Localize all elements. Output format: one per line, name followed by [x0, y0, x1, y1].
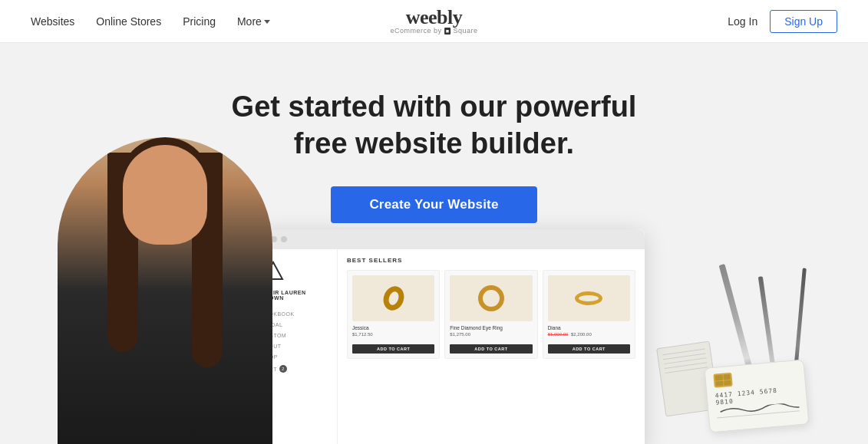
ring-icon-1 — [380, 284, 407, 314]
login-button[interactable]: Log In — [728, 15, 757, 28]
products-grid: Jessica $1,712.50 ADD TO CART Fine Diamo… — [347, 270, 635, 359]
hero-section: Get started with our powerful free websi… — [0, 43, 868, 444]
product-name-2: Fine Diamond Eye Ring — [450, 325, 532, 331]
nav-websites[interactable]: Websites — [31, 15, 74, 28]
product-card-3: Diana $1,900.00 $2,200.00 ADD TO CART — [543, 270, 635, 359]
nav-auth: Log In Sign Up — [728, 10, 837, 33]
person-illustration — [46, 137, 284, 444]
navbar: Websites Online Stores Pricing More weeb… — [0, 0, 868, 43]
nav-more[interactable]: More — [237, 15, 270, 28]
add-to-cart-button-1[interactable]: ADD TO CART — [352, 344, 434, 354]
credit-card-chip — [713, 373, 732, 388]
logo[interactable]: weebly eCommerce by ■ Square — [391, 8, 478, 35]
add-to-cart-button-3[interactable]: ADD TO CART — [548, 344, 630, 354]
product-image-1 — [352, 275, 434, 321]
product-price-3: $1,900.00 $2,200.00 — [548, 332, 630, 337]
person-head — [123, 145, 207, 245]
nav-pricing[interactable]: Pricing — [183, 15, 216, 28]
old-price-3: $1,900.00 — [548, 332, 569, 337]
ring-icon-3 — [575, 291, 602, 305]
credit-card-icon: 4417 1234 5678 9810 — [705, 359, 810, 432]
square-logo: ■ — [444, 28, 451, 35]
product-name-1: Jessica — [352, 325, 434, 331]
ring-icon-2 — [478, 285, 504, 311]
browser-bar — [253, 229, 645, 249]
product-price-1: $1,712.50 — [352, 332, 434, 337]
best-sellers-heading: BEST SELLERS — [347, 257, 635, 264]
browser-products-area: BEST SELLERS Jessica $1,712.50 ADD TO CA… — [338, 249, 645, 444]
product-card-1: Jessica $1,712.50 ADD TO CART — [347, 270, 440, 359]
product-card-2: Fine Diamond Eye Ring $1,275.00 ADD TO C… — [444, 270, 537, 359]
add-to-cart-button-2[interactable]: ADD TO CART — [450, 344, 532, 354]
product-image-3 — [548, 275, 630, 321]
chevron-down-icon — [264, 20, 270, 24]
create-website-button[interactable]: Create Your Website — [331, 186, 536, 223]
stationery-illustration: 4417 1234 5678 9810 — [668, 229, 822, 444]
nav-online-stores[interactable]: Online Stores — [96, 15, 161, 28]
hero-scene: BLAIR LAUREN BROWN LOOKBOOK BRIDAL CUSTO… — [0, 206, 868, 444]
product-image-2 — [450, 275, 532, 321]
logo-text: weebly — [391, 8, 478, 28]
signup-button[interactable]: Sign Up — [770, 10, 837, 33]
nav-links: Websites Online Stores Pricing More — [31, 15, 270, 28]
logo-tagline: eCommerce by ■ Square — [391, 28, 478, 35]
person-body — [58, 137, 272, 444]
browser-mockup: BLAIR LAUREN BROWN LOOKBOOK BRIDAL CUSTO… — [253, 229, 645, 444]
product-name-3: Diana — [548, 325, 630, 331]
product-price-2: $1,275.00 — [450, 332, 532, 337]
browser-content: BLAIR LAUREN BROWN LOOKBOOK BRIDAL CUSTO… — [253, 249, 645, 444]
